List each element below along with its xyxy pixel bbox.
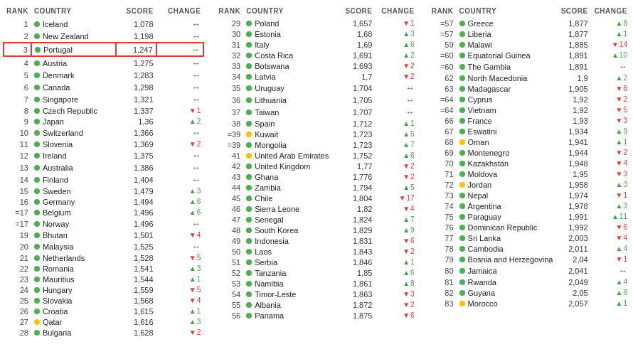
country-cell: Bhutan [31,230,116,240]
table-row: 73Nepal1,974▼1 [429,190,630,200]
country-cell: Italy [243,39,339,50]
change-down-icon: ▼ [403,301,410,309]
change-cell: ↔ [156,93,204,105]
country-name: Costa Rica [255,51,293,60]
change-up-icon: ▲ [612,51,619,59]
table-row: =64Cyprus1,92▼2 [429,94,630,105]
country-dot-icon [459,118,465,124]
change-cell: ▲4 [591,277,630,287]
country-dot-icon [459,42,465,48]
country-cell: Czech Republic [31,105,116,116]
country-name: Zambia [255,183,281,192]
country-dot-icon [459,161,465,166]
country-name: Netherlands [43,254,85,262]
country-cell: Denmark [31,69,116,81]
change-neutral-icon: ↔ [192,219,201,229]
country-cell: Argentina [457,200,558,211]
rank-cell: 45 [216,193,243,203]
score-cell: 1,528 [116,252,156,263]
change-up-icon: ▲ [403,258,410,266]
country-name: Chile [255,194,272,203]
rank-cell: 2 [4,30,31,43]
score-cell: 1,198 [116,30,156,43]
score-cell: 1,386 [116,161,156,173]
rank-cell: =64 [429,105,457,115]
country-dot-icon [459,107,465,113]
country-cell: Austria [31,56,116,69]
country-name: Cyprus [468,95,493,104]
country-cell: Uruguay [243,82,339,94]
country-dot-icon [459,235,465,241]
country-dot-icon [459,171,465,177]
change-down-icon: ▼ [616,255,623,263]
rank-cell: 35 [216,82,243,94]
rank-cell: 71 [429,168,457,179]
country-name: Botswana [255,62,289,70]
table-row: 12Ireland1,375↔ [4,149,203,161]
change-cell: ↔ [156,69,204,81]
country-name: Indonesia [255,237,289,245]
rank-cell: 31 [216,39,243,50]
rank-cell: 44 [216,182,243,193]
change-down-icon: ▼ [616,85,623,92]
score-cell: 1,369 [116,139,156,149]
rank-cell: 5 [4,69,31,81]
score-cell: 1,944 [558,147,591,158]
table-row: 21Netherlands1,528▼5 [4,252,203,263]
score-cell: 2,011 [558,243,591,254]
change-cell: ▲1 [591,28,630,39]
table-row: 28Bulgaria1,628▼2 [4,327,203,338]
col-header-rank: RANK [429,6,457,18]
change-neutral-icon: ↔ [191,45,200,55]
country-dot-icon [459,139,465,145]
rank-cell: 47 [216,214,243,225]
country-cell: United Kingdom [243,161,339,171]
change-down-icon: ▼ [189,328,196,336]
table-row: 68Oman1,941▲1 [429,136,630,147]
country-name: Lithuania [255,96,287,105]
change-up-icon: ▲ [189,307,196,315]
table-row: =17Norway1,496↔ [4,218,203,230]
change-cell: ▼14 [591,39,630,50]
main-container: RANKCOUNTRYSCORECHANGE1Iceland1,078↔2New… [0,0,633,343]
rank-cell: 8 [4,105,31,116]
change-up-icon: ▲ [403,183,410,191]
country-name: Ireland [43,151,67,160]
score-cell: 1,95 [558,168,591,179]
country-name: Uruguay [255,84,284,92]
rank-cell: =17 [4,207,31,218]
score-cell: 1,958 [558,179,591,190]
country-name: Senegal [255,215,283,224]
table-row: 20Malaysia1,525↔ [4,240,203,252]
country-name: France [468,117,492,125]
country-name: Argentina [468,202,501,210]
change-down-icon: ▼ [616,223,623,231]
score-cell: 1,824 [339,214,375,225]
column-3: RANKCOUNTRYSCORECHANGE=57Greece1,877▲8=5… [429,6,630,338]
table-row: 30Estonia1,68▲3 [216,28,417,39]
country-dot-icon [246,302,252,308]
change-cell: ▼4 [156,295,204,306]
country-cell: Bosnia and Herzegovina [457,254,558,264]
change-neutral-icon: ↔ [192,128,201,138]
country-dot-icon [246,164,252,169]
change-down-icon: ▼ [403,162,410,170]
change-down-icon: ▼ [403,73,410,80]
change-cell: ▲3 [156,263,204,274]
change-neutral-icon: ↔ [406,107,415,117]
country-cell: Kazakhstan [457,158,558,168]
change-cell: ▲6 [375,267,417,278]
score-cell: 1,544 [116,274,156,284]
country-name: New Zealand [43,32,89,41]
change-cell: ▼1 [375,18,417,28]
country-name: Equatorial Guinea [468,51,531,60]
country-cell: Romania [31,263,116,274]
table-row: 66France1,93▼3 [429,115,630,126]
country-cell: Madagascar [457,83,558,94]
country-cell: Greece [457,18,558,28]
column-divider [417,6,429,338]
country-name: Qatar [43,318,63,326]
country-cell: New Zealand [31,30,116,43]
country-cell: Switzerland [31,127,116,139]
country-dot-icon [34,130,40,136]
